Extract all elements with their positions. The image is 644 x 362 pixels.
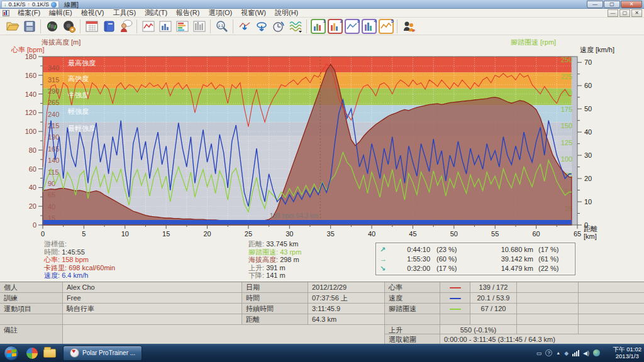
- time-value: 07:37:56 上: [308, 293, 385, 304]
- heart-rate-swatch: [440, 282, 470, 293]
- menu-report[interactable]: 報告(R): [172, 9, 204, 17]
- svg-text:40: 40: [29, 184, 36, 191]
- child-close-button[interactable]: ✕: [631, 9, 642, 17]
- distribution-view-button[interactable]: [191, 18, 208, 35]
- stat-value: 298 m: [280, 256, 299, 263]
- open-file-button[interactable]: [4, 18, 21, 35]
- quick-launch-app-icon[interactable]: [24, 346, 40, 361]
- table-row: 個人 Alex Cho 日期 2012/12/29 心率 139 / 172: [0, 282, 644, 293]
- notes-value[interactable]: [63, 325, 385, 344]
- volume-icon[interactable]: ◀): [583, 350, 589, 356]
- polar-heart-icon: [70, 348, 79, 358]
- smoothing-button[interactable]: [287, 18, 304, 35]
- speed-label: 速度: [385, 293, 440, 304]
- x-axis-label: 距離 [km]: [584, 225, 597, 240]
- svg-text:10: 10: [584, 198, 592, 206]
- mark-lap-button[interactable]: [236, 18, 253, 35]
- svg-text:139 bpm 64.3 km: 139 bpm 64.3 km: [270, 212, 318, 219]
- window-title: 線圖]: [64, 1, 79, 9]
- svg-text:55: 55: [491, 230, 499, 238]
- menu-edit[interactable]: 編輯(E): [45, 9, 77, 17]
- interval-button[interactable]: [253, 18, 270, 35]
- bar-view-button[interactable]: [157, 18, 174, 35]
- monitor-tray-icon[interactable]: ▭: [536, 350, 542, 356]
- maximize-button[interactable]: ▢: [604, 1, 620, 8]
- stat-label: 距離:: [248, 240, 264, 248]
- svg-text:160: 160: [25, 72, 36, 79]
- stat-value: 1:45:55: [62, 248, 85, 256]
- show-hidden-icons-button[interactable]: ▲: [556, 351, 560, 355]
- svg-text:60: 60: [532, 230, 540, 238]
- child-restore-button[interactable]: ▢: [619, 9, 630, 17]
- date-label: 日期: [242, 282, 308, 293]
- document-chart-icon: [3, 10, 9, 16]
- duration-label: 持續時間: [242, 304, 308, 314]
- svg-text:20: 20: [203, 230, 211, 238]
- zoom-1-1-button[interactable]: 1:1: [213, 18, 230, 35]
- network-globe-icon[interactable]: [593, 349, 600, 356]
- svg-text:1:1: 1:1: [218, 23, 223, 27]
- training-curve-chart[interactable]: 最高強度高強度中強度輕強度最輕強度15406590115140165190215…: [0, 35, 644, 240]
- transfer-from-monitor-button[interactable]: [43, 18, 60, 35]
- stat-label: 腳踏圈速:: [248, 248, 278, 256]
- svg-text:35: 35: [327, 230, 335, 238]
- polar-protrainer-taskbar-button[interactable]: Polar ProTrainer ...: [63, 346, 142, 361]
- diary-button[interactable]: [100, 18, 117, 35]
- help-tray-icon[interactable]: ?: [545, 349, 552, 356]
- svg-text:65: 65: [574, 230, 581, 238]
- menu-options[interactable]: 選項(O): [204, 9, 236, 17]
- chart-preset-2-button[interactable]: 2: [326, 18, 343, 35]
- chart-preset-5-button[interactable]: 5: [377, 18, 394, 35]
- time-shift-button[interactable]: [270, 18, 287, 35]
- curve-view-button[interactable]: [140, 18, 157, 35]
- chart-preset-3-button[interactable]: 3: [343, 18, 360, 35]
- selected-range-label: 選取範圍: [385, 334, 440, 344]
- svg-text:150: 150: [561, 122, 572, 129]
- menu-tools[interactable]: 工具(S): [108, 9, 140, 17]
- persons-button[interactable]: P: [400, 18, 417, 35]
- clock-time: 下午 01:02: [613, 346, 641, 353]
- svg-text:中強度: 中強度: [68, 91, 89, 99]
- menu-window[interactable]: 視窗(W): [236, 9, 270, 17]
- sync-icon: [51, 2, 57, 8]
- menu-file[interactable]: 檔案(F): [13, 9, 45, 17]
- monitor-settings-button[interactable]: [60, 18, 77, 35]
- svg-text:125: 125: [561, 139, 572, 146]
- svg-text:340: 340: [48, 64, 59, 72]
- calendar-button[interactable]: [83, 18, 100, 35]
- svg-text:250: 250: [561, 56, 572, 63]
- svg-text:100: 100: [25, 128, 36, 135]
- network-signal-icon[interactable]: [572, 350, 579, 356]
- chart-preset-1-button[interactable]: 1: [309, 18, 326, 35]
- zone-percent-view-button[interactable]: [174, 18, 191, 35]
- duration-value: 3:11:45.9: [308, 304, 385, 314]
- time-label: 時間: [242, 293, 308, 304]
- chart-preset-4-button[interactable]: 4: [360, 18, 377, 35]
- menu-help[interactable]: 說明(H): [270, 9, 303, 17]
- svg-text:100: 100: [561, 155, 572, 163]
- network-speed-widget[interactable]: ↓ 0.1K/S ↑ 0.1K/S: [1, 1, 59, 8]
- svg-text:190: 190: [48, 133, 59, 141]
- svg-text:0: 0: [41, 230, 45, 238]
- exercise-summary-table: 個人 Alex Cho 日期 2012/12/29 心率 139 / 172 訓…: [0, 282, 644, 344]
- svg-text:輕強度: 輕強度: [68, 107, 89, 115]
- grade-summary-box: ↗ 0:44:10 (23 %) 10.680 km (17 %) → 1:55…: [375, 243, 575, 275]
- app-tray-icon[interactable]: ◆: [564, 350, 569, 356]
- toolbar-separator: [306, 19, 307, 33]
- taskbar-clock[interactable]: 下午 01:02 2013/1/3: [613, 346, 641, 359]
- minimize-button[interactable]: —: [587, 1, 603, 8]
- stat-value: 698 kcal/60min: [69, 264, 115, 272]
- table-row: 備註 上升 550 (-0.1%) 選取範圍 0:00:00 - 3:11:45…: [0, 325, 644, 344]
- svg-text:40: 40: [368, 230, 375, 238]
- heart-rate-label: 心率: [385, 282, 440, 293]
- explorer-icon[interactable]: [42, 346, 58, 361]
- close-button[interactable]: ✕: [621, 1, 642, 8]
- child-minimize-button[interactable]: —: [608, 9, 618, 17]
- person-notes-button[interactable]: [117, 18, 134, 35]
- menu-view[interactable]: 檢視(V): [77, 9, 109, 17]
- menu-test[interactable]: 測試(T): [140, 9, 172, 17]
- save-button[interactable]: [21, 18, 38, 35]
- svg-text:60: 60: [29, 165, 36, 173]
- stat-label: 海拔高度:: [248, 256, 278, 263]
- start-button[interactable]: [4, 346, 19, 361]
